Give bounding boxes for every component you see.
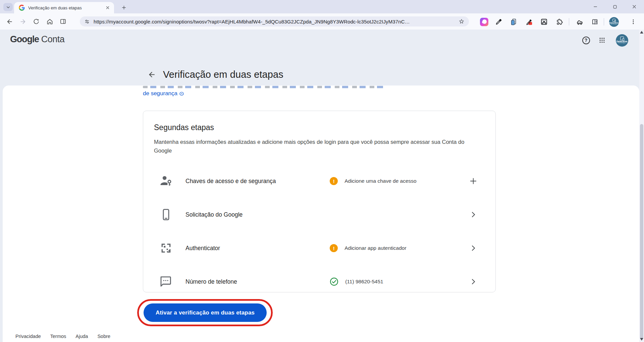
open-phone-number-button[interactable] [468, 276, 479, 288]
account-avatar-button[interactable]: Datacaixa Tecnologia [615, 34, 629, 47]
google-account-page: GoogleConta ? Datacaixa Tecnologia [0, 30, 644, 342]
list-item-google-prompt[interactable]: Solicitação do Google [154, 198, 485, 231]
passkey-icon [159, 174, 173, 188]
footer-link-terms[interactable]: Termos [50, 334, 66, 339]
minimize-icon [593, 4, 598, 9]
home-icon [46, 18, 53, 25]
list-item-label: Chaves de acesso e de segurança [185, 178, 330, 185]
chevron-right-icon [469, 278, 477, 286]
status-text: (11) 98620-5451 [345, 279, 383, 285]
extension-colorpicker-button[interactable] [524, 16, 535, 27]
maximize-button[interactable] [605, 0, 625, 13]
reload-icon [33, 18, 40, 25]
security-key-link[interactable]: de segurança [143, 90, 184, 97]
scroll-down-button[interactable] [639, 337, 644, 342]
help-button[interactable]: ? [579, 34, 593, 47]
page-footer: Privacidade Termos Ajuda Sobre [15, 334, 110, 339]
page-title: Verificação em duas etapas [163, 69, 283, 80]
qr-code-icon [159, 241, 173, 255]
close-icon [106, 6, 110, 10]
status-text: Adicionar app autenticador [344, 245, 406, 251]
footer-link-help[interactable]: Ajuda [75, 334, 88, 339]
help-icon: ? [582, 37, 590, 44]
maximize-icon [613, 5, 617, 9]
add-passkey-button[interactable] [468, 175, 479, 187]
list-item-status: ! Adicione uma chave de acesso [330, 177, 468, 185]
warning-icon: ! [330, 177, 338, 185]
extension-monica-button[interactable] [479, 16, 489, 27]
list-item-label: Solicitação do Google [185, 211, 330, 218]
status-text: Adicione uma chave de acesso [344, 178, 417, 184]
profile-avatar: Datacaixa Tecnologia [609, 17, 619, 27]
back-icon [6, 18, 13, 25]
vehicle-icon [576, 18, 584, 26]
tab-close-button[interactable] [105, 5, 111, 11]
bookmark-star-icon[interactable] [458, 18, 465, 25]
close-window-button[interactable] [625, 0, 644, 13]
list-item-status: ! Adicionar app autenticador [330, 244, 468, 252]
card-description: Mantenha essas informações atualizadas e… [154, 138, 483, 155]
browser-tab-active[interactable]: Verificação em duas etapas [14, 2, 114, 13]
second-steps-list: Chaves de acesso e de segurança ! Adicio… [154, 164, 485, 298]
google-apps-button[interactable] [595, 34, 609, 47]
avatar-org-subtext: Tecnologia [618, 43, 626, 44]
list-item-phone-number[interactable]: Número de telefone (11) 98620-5451 [154, 265, 485, 298]
browser-profile-button[interactable]: Datacaixa Tecnologia [608, 16, 619, 27]
extension-eyedropper-button[interactable] [493, 16, 504, 27]
triangle-down-icon [640, 338, 643, 341]
chevron-down-icon [6, 5, 10, 9]
product-name: Conta [41, 34, 65, 44]
browser-menu-button[interactable] [628, 16, 639, 27]
side-panel-button[interactable] [56, 15, 70, 28]
tab-title: Verificação em duas etapas [28, 5, 105, 10]
footer-link-privacy[interactable]: Privacidade [15, 334, 41, 339]
eyedropper-icon [495, 18, 502, 25]
org-logo-icon [612, 19, 615, 22]
open-authenticator-button[interactable] [468, 242, 479, 254]
link-label: de segurança [143, 90, 177, 97]
extension-screenshot-button[interactable] [539, 16, 549, 27]
page-back-button[interactable] [144, 67, 159, 82]
site-settings-icon[interactable] [84, 18, 90, 25]
kebab-menu-icon [630, 19, 636, 25]
open-google-prompt-button[interactable] [468, 209, 479, 221]
browser-toolbar: https://myaccount.google.com/signinoptio… [0, 13, 644, 30]
browser-window: Verificação em duas etapas [0, 0, 644, 342]
extension-clipboard-button[interactable] [508, 16, 519, 27]
extensions-menu-button[interactable] [554, 16, 565, 27]
chevron-right-icon [469, 211, 477, 219]
account-header: GoogleConta ? Datacaixa Tecnologia [0, 30, 644, 51]
list-item-passkeys[interactable]: Chaves de acesso e de segurança ! Adicio… [154, 164, 485, 198]
forward-button[interactable] [16, 15, 30, 28]
vehicle-tool-button[interactable] [574, 16, 585, 27]
reading-list-button[interactable] [589, 16, 600, 27]
tab-search-button[interactable] [3, 3, 13, 11]
org-logo-icon [620, 37, 624, 40]
close-icon [632, 4, 637, 9]
sms-message-icon [159, 275, 173, 288]
apps-grid-icon [599, 37, 605, 44]
clipboard-icon [510, 18, 517, 25]
new-tab-button[interactable] [119, 3, 128, 12]
list-item-authenticator[interactable]: Authenticator ! Adicionar app autenticad… [154, 231, 485, 265]
back-button[interactable] [3, 15, 16, 28]
footer-link-about[interactable]: Sobre [97, 334, 110, 339]
address-bar[interactable]: https://myaccount.google.com/signinoptio… [80, 16, 469, 26]
page-scrollbar[interactable] [639, 30, 644, 342]
google-account-logo[interactable]: GoogleConta [10, 34, 64, 45]
minimize-button[interactable] [586, 0, 605, 13]
card-title: Segundas etapas [154, 123, 485, 132]
puzzle-icon [556, 18, 563, 25]
google-favicon [19, 5, 25, 11]
scrollbar-thumb[interactable] [640, 124, 643, 339]
page-title-row: Verificação em duas etapas [144, 67, 283, 82]
activate-two-step-button[interactable]: Ativar a verificação em duas etapas [144, 303, 267, 322]
scroll-up-button[interactable] [639, 30, 644, 35]
forward-icon [19, 18, 26, 25]
warning-icon: ! [330, 244, 338, 252]
home-button[interactable] [43, 15, 56, 28]
url-text[interactable]: https://myaccount.google.com/signinoptio… [94, 19, 458, 24]
clipped-text-line [143, 86, 384, 88]
reload-button[interactable] [30, 15, 43, 28]
reading-mode-icon [60, 18, 66, 25]
